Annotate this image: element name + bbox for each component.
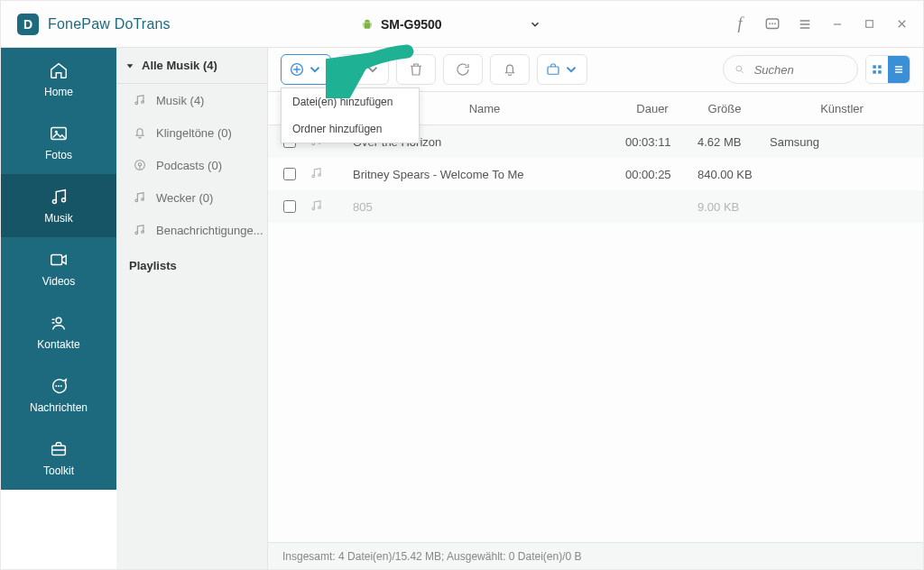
android-icon [361, 18, 374, 31]
category-item[interactable]: Podcasts (0) [116, 149, 267, 181]
cell-size: 9.00 KB [688, 200, 761, 214]
podcast-icon [133, 158, 147, 172]
sidebar-item-label: Nachrichten [30, 401, 88, 414]
window-controls: f [732, 16, 910, 32]
sidebar-item-home[interactable]: Home [1, 48, 116, 111]
toolbar: Datei(en) hinzufügen Ordner hinzufügen [268, 48, 923, 91]
chevron-down-icon [529, 18, 541, 31]
sidebar-item-label: Musik [44, 212, 72, 225]
col-duration[interactable]: Dauer [616, 102, 688, 115]
sidebar-item-messages[interactable]: Nachrichten [1, 363, 116, 427]
photos-icon [49, 124, 69, 143]
sidebar-item-photos[interactable]: Fotos [1, 111, 116, 174]
category-item[interactable]: Wecker (0) [116, 181, 267, 214]
bell-icon [502, 61, 518, 78]
sidebar-item-music[interactable]: Musik [1, 174, 116, 237]
cell-name: Britney Spears - Welcome To Me [347, 168, 616, 181]
svg-point-16 [142, 101, 144, 104]
ringtone-button[interactable] [490, 54, 530, 85]
svg-point-8 [61, 198, 65, 202]
music-icon [310, 198, 324, 213]
search-box[interactable] [723, 55, 858, 84]
refresh-button[interactable] [443, 54, 483, 85]
category-label: Klingeltöne (0) [156, 126, 232, 140]
svg-point-26 [736, 66, 742, 71]
svg-point-19 [135, 199, 138, 202]
sidebar-item-videos[interactable]: Videos [1, 237, 116, 300]
category-item[interactable]: Benachrichtigunge... [116, 214, 267, 246]
sidebar-item-label: Toolkit [43, 464, 74, 477]
svg-point-18 [138, 163, 141, 166]
svg-point-10 [56, 317, 61, 323]
svg-point-3 [774, 23, 776, 24]
delete-button[interactable] [396, 54, 436, 85]
svg-rect-30 [878, 70, 882, 74]
device-icon [346, 61, 363, 78]
maximize-button[interactable] [862, 16, 878, 32]
add-dropdown: Datei(en) hinzufügen Ordner hinzufügen [281, 87, 420, 143]
col-size[interactable]: Größe [688, 102, 761, 115]
category-item[interactable]: Klingeltöne (0) [116, 116, 267, 149]
row-checkbox[interactable] [283, 168, 296, 180]
minimize-button[interactable] [829, 16, 845, 32]
sidebar-item-contacts[interactable]: Kontakte [1, 300, 116, 363]
briefcase-icon [545, 61, 561, 78]
add-files-option[interactable]: Datei(en) hinzufügen [282, 88, 419, 115]
home-icon [49, 60, 69, 80]
music-icon [49, 187, 69, 207]
svg-point-1 [769, 23, 771, 24]
svg-point-13 [60, 385, 62, 387]
svg-point-21 [135, 232, 138, 234]
svg-rect-24 [352, 63, 357, 76]
device-name: SM-G9500 [381, 17, 442, 32]
view-grid-button[interactable] [866, 56, 888, 83]
feedback-icon[interactable] [764, 16, 781, 32]
col-artist[interactable]: Künstler [761, 102, 923, 115]
svg-rect-25 [548, 67, 559, 74]
category-header[interactable]: Alle Musik (4) [116, 48, 267, 84]
category-panel: Alle Musik (4) Musik (4)Klingeltöne (0)P… [116, 48, 268, 569]
cell-artist: Samsung [761, 135, 923, 149]
svg-point-12 [58, 385, 60, 387]
category-label: Wecker (0) [156, 191, 213, 205]
menu-icon[interactable] [797, 16, 813, 32]
export-button[interactable] [338, 54, 389, 85]
category-label: Benachrichtigunge... [156, 224, 263, 237]
svg-point-7 [52, 199, 56, 203]
music-icon [133, 93, 147, 107]
table-row[interactable]: Britney Spears - Welcome To Me00:00:2584… [268, 158, 923, 190]
toolbox-button[interactable] [537, 54, 587, 85]
sidebar-item-label: Kontakte [37, 338, 79, 351]
cell-duration: 00:00:25 [616, 168, 688, 181]
main-content: Datei(en) hinzufügen Ordner hinzufügen N… [268, 48, 923, 569]
category-item[interactable]: Musik (4) [116, 84, 267, 116]
cell-name: 805 [347, 200, 616, 214]
sidebar-item-toolkit[interactable]: Toolkit [1, 427, 116, 490]
facebook-icon[interactable]: f [732, 16, 748, 32]
category-header-label: Alle Musik (4) [142, 59, 217, 72]
refresh-icon [455, 61, 471, 78]
music-icon [133, 190, 147, 205]
svg-point-35 [312, 207, 315, 210]
cell-size: 840.00 KB [688, 168, 761, 181]
svg-point-11 [55, 385, 57, 387]
title-bar: D FonePaw DoTrans SM-G9500 f [1, 1, 923, 48]
close-button[interactable] [894, 16, 910, 32]
view-list-button[interactable] [888, 56, 910, 83]
svg-rect-28 [878, 65, 882, 69]
add-button[interactable] [281, 54, 331, 85]
row-checkbox[interactable] [283, 200, 296, 213]
videos-icon [49, 250, 69, 270]
status-bar: Insgesamt: 4 Datei(en)/15.42 MB; Ausgewä… [268, 542, 923, 569]
sidebar: Home Fotos Musik Videos Kontakte Nachric… [1, 48, 116, 569]
device-selector[interactable]: SM-G9500 [361, 17, 541, 32]
plus-circle-icon [289, 61, 305, 78]
sidebar-item-label: Videos [42, 275, 75, 288]
search-input[interactable] [753, 62, 846, 78]
collapse-icon [125, 61, 134, 70]
add-folder-option[interactable]: Ordner hinzufügen [282, 115, 419, 142]
playlists-header[interactable]: Playlists [116, 246, 267, 285]
table-row[interactable]: 8059.00 KB [268, 190, 923, 223]
svg-point-34 [319, 173, 321, 176]
sidebar-item-label: Fotos [45, 149, 72, 161]
